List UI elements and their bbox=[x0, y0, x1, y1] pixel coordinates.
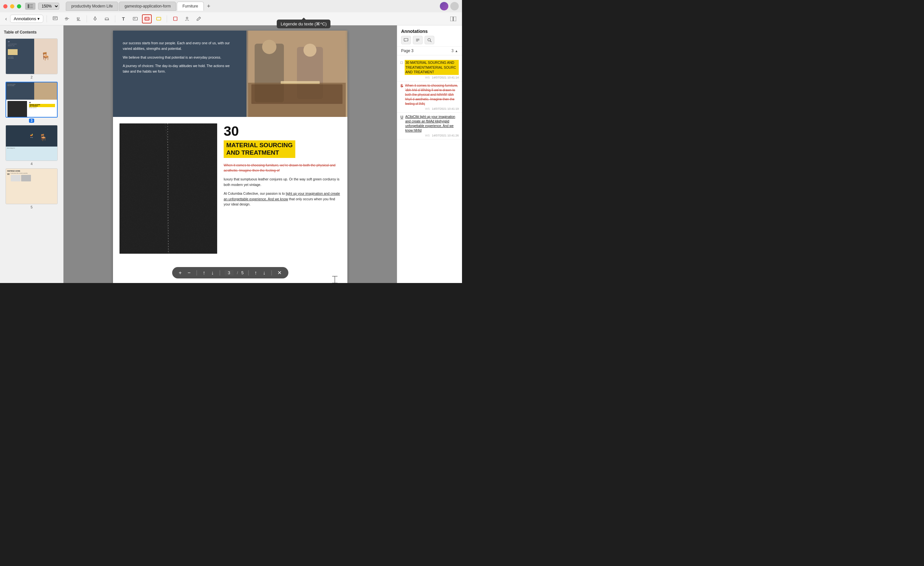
border-button[interactable] bbox=[170, 14, 180, 24]
page-heading: MATERIAL SOURCING AND TREATMENT bbox=[224, 140, 295, 158]
leather-image bbox=[120, 123, 217, 254]
ann-meta-2: WS 14/07/2021 10:41:19 bbox=[400, 107, 459, 110]
maximize-button[interactable] bbox=[17, 4, 21, 9]
underline-icon-3: U bbox=[400, 115, 404, 120]
person-button[interactable] bbox=[182, 14, 192, 24]
annotations-toolbar bbox=[401, 36, 458, 44]
thumb-page2: 24 OUR HISTORYABOUT US Lorem ipsumdolor … bbox=[6, 38, 58, 74]
page-bottom-section: 30 MATERIAL SOURCING AND TREATMENT When … bbox=[113, 117, 347, 260]
svg-rect-2 bbox=[30, 6, 33, 6]
ann-text-3: AClbiClliii light up your imagination an… bbox=[405, 115, 459, 133]
next-page-button[interactable]: ↓ bbox=[261, 269, 267, 276]
erase-button[interactable] bbox=[102, 14, 112, 24]
svg-rect-1 bbox=[30, 4, 33, 5]
caption-button[interactable]: T bbox=[142, 14, 152, 24]
color-button[interactable] bbox=[154, 14, 164, 24]
annotations-page-row: Page 3 3 ▲ bbox=[397, 47, 462, 56]
close-button[interactable] bbox=[3, 4, 8, 9]
ann-meta-1: WS 14/07/2021 10:41:14 bbox=[400, 76, 459, 79]
svg-marker-11 bbox=[94, 17, 96, 19]
annotation-item-2[interactable]: S̶ When it comes to choosing furniture, … bbox=[397, 81, 462, 113]
scroll-up-button[interactable]: ↑ bbox=[201, 269, 206, 276]
svg-rect-35 bbox=[120, 123, 217, 254]
traffic-lights bbox=[3, 4, 21, 9]
sidebar-item-page5[interactable]: INSPIRED HOME W Lorem ipsum dolor sit am… bbox=[0, 167, 63, 210]
annotations-panel: Annotations Page 3 3 ▲ bbox=[397, 26, 462, 283]
sidebar-item-page4[interactable]: 🪔 lamp 🪑 interior design text 4 bbox=[0, 124, 63, 167]
split-view-button[interactable] bbox=[448, 14, 458, 24]
strikethrough-icon-2: S̶ bbox=[400, 84, 403, 88]
sidebar-item-page3[interactable]: our success startsfrom our people 30 MAT… bbox=[0, 80, 63, 124]
tab-productivity[interactable]: productivity Modern Life bbox=[66, 2, 118, 11]
annotations-page-label: Page 3 bbox=[401, 48, 414, 53]
body-text-2: At Columbia Collective, our passion is t… bbox=[224, 191, 341, 207]
tooltip: Légende du texte (⌘^C) bbox=[277, 20, 330, 29]
nav-divider-4 bbox=[271, 270, 272, 276]
add-tab-button[interactable]: + bbox=[204, 2, 213, 11]
text-button[interactable]: T bbox=[118, 14, 128, 24]
close-nav-button[interactable]: ✕ bbox=[276, 269, 283, 276]
zoom-select[interactable]: 150% 100% 200% bbox=[38, 3, 59, 10]
page-navigation: + − ↑ ↓ / 5 ↑ ↓ ✕ bbox=[172, 267, 288, 278]
separator-1 bbox=[46, 15, 47, 23]
page-view: our success starts from our people. Each… bbox=[113, 31, 347, 283]
svg-rect-4 bbox=[53, 17, 57, 20]
body-text-1: luxury that sumptuous leather conjures u… bbox=[224, 177, 341, 188]
page-top-section: our success starts from our people. Each… bbox=[113, 31, 347, 117]
annotation-item-3[interactable]: U AClbiClliii light up your imagination … bbox=[397, 113, 462, 140]
svg-rect-31 bbox=[251, 84, 342, 104]
text-icon: T bbox=[122, 16, 125, 21]
annotations-label: Annotations bbox=[14, 16, 36, 21]
svg-point-22 bbox=[186, 17, 188, 19]
page-top-image bbox=[246, 31, 347, 117]
cursor-symbol: ⌶ bbox=[332, 274, 338, 283]
avatar-secondary[interactable] bbox=[450, 2, 459, 11]
zoom-in-button[interactable]: + bbox=[177, 269, 183, 276]
strikethrough-button[interactable]: S bbox=[62, 14, 72, 24]
main-layout: Table of Contents 24 OUR HISTORYABOUT US… bbox=[0, 26, 462, 283]
highlight-icon-1: □ bbox=[400, 60, 403, 65]
text-box-button[interactable]: T bbox=[130, 14, 140, 24]
back-button[interactable]: ‹ bbox=[4, 15, 8, 23]
minimize-button[interactable] bbox=[10, 4, 14, 9]
sticky-note-button[interactable] bbox=[50, 14, 60, 24]
thumb-page5: INSPIRED HOME W Lorem ipsum dolor sit am… bbox=[6, 168, 58, 204]
ann-text-2: When it comes to choosing furniture, 'db… bbox=[405, 83, 459, 106]
underline-button[interactable]: U bbox=[74, 14, 83, 24]
top-text-1: our success starts from our people. Each… bbox=[123, 41, 237, 51]
separator-2 bbox=[87, 15, 87, 23]
svg-rect-3 bbox=[30, 7, 33, 8]
annotations-header: Annotations bbox=[397, 26, 462, 47]
sidebar-toggle-button[interactable] bbox=[25, 3, 36, 10]
nav-separator: / bbox=[237, 270, 238, 275]
ann-search-button[interactable] bbox=[424, 36, 434, 44]
avatar-primary[interactable] bbox=[440, 2, 448, 11]
ann-meta-3: WS 14/07/2021 10:41:26 bbox=[400, 134, 459, 137]
svg-rect-23 bbox=[450, 17, 453, 21]
svg-rect-24 bbox=[453, 17, 456, 21]
tab-furniture[interactable]: Furniture bbox=[177, 2, 204, 11]
scroll-down-button[interactable]: ↓ bbox=[210, 269, 215, 276]
annotations-list: □ 30 MATERIAL SOURCING AND TREATMENTMATE… bbox=[397, 56, 462, 283]
highlight-button[interactable] bbox=[90, 14, 100, 24]
toolbar-right bbox=[448, 14, 458, 24]
page-number-display: 30 bbox=[224, 123, 341, 139]
page-input[interactable] bbox=[224, 270, 234, 276]
prev-page-button[interactable]: ↑ bbox=[253, 269, 258, 276]
zoom-out-button[interactable]: − bbox=[186, 269, 192, 276]
svg-rect-20 bbox=[157, 17, 161, 20]
annotation-item-1[interactable]: □ 30 MATERIAL SOURCING AND TREATMENTMATE… bbox=[397, 58, 462, 81]
sidebar-item-page2[interactable]: 24 OUR HISTORYABOUT US Lorem ipsumdolor … bbox=[0, 37, 63, 80]
chevron-up-icon[interactable]: ▲ bbox=[455, 49, 458, 53]
top-text-2: We believe that uncovering that potentia… bbox=[123, 55, 237, 60]
toolbar: ‹ Annotations ▾ S U T T T bbox=[0, 12, 462, 26]
tab-gamestop[interactable]: gamestop-application-form bbox=[119, 2, 176, 11]
annotations-dropdown[interactable]: Annotations ▾ bbox=[10, 15, 43, 23]
pen-button[interactable] bbox=[194, 14, 204, 24]
dropdown-arrow-icon: ▾ bbox=[38, 16, 40, 21]
svg-rect-32 bbox=[280, 81, 320, 84]
page3-badge: 3 bbox=[29, 119, 34, 122]
ann-comment-button[interactable] bbox=[401, 36, 411, 44]
ann-list-button[interactable] bbox=[413, 36, 423, 44]
page-top-left-text: our success starts from our people. Each… bbox=[113, 31, 246, 117]
